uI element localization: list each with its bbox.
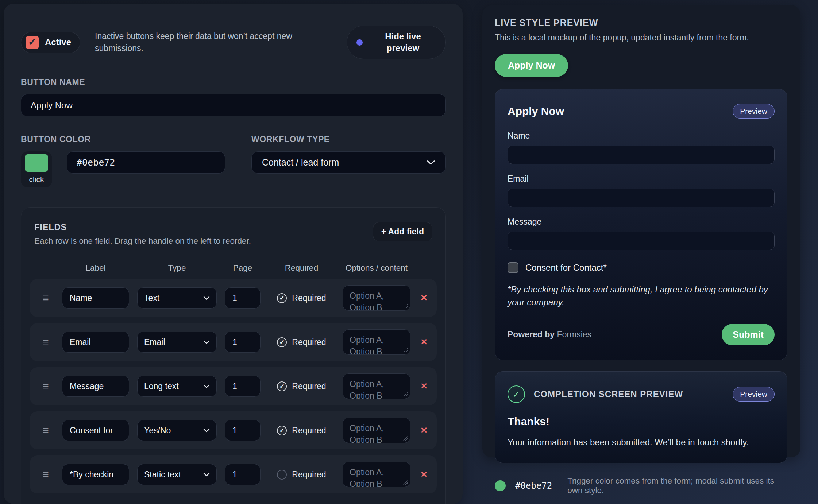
- field-type-value: Email: [144, 337, 165, 347]
- completion-heading: Thanks!: [508, 415, 775, 428]
- completion-message: Your information has been submitted. We’…: [508, 437, 775, 447]
- field-options-textarea[interactable]: [343, 329, 410, 355]
- color-dot-icon: [495, 480, 506, 491]
- required-checkbox-icon[interactable]: [277, 381, 287, 391]
- field-page-input[interactable]: [225, 420, 261, 441]
- consent-checkbox-icon[interactable]: [508, 262, 518, 273]
- column-header-required: Required: [269, 263, 335, 273]
- preview-message-input[interactable]: [508, 232, 775, 250]
- powered-by-brand: Formsies: [557, 330, 592, 339]
- fields-title: FIELDS: [34, 222, 251, 232]
- delete-field-icon[interactable]: ✕: [418, 294, 429, 302]
- drag-handle-icon[interactable]: ≡: [37, 425, 54, 436]
- popup-title: Apply Now: [508, 105, 564, 117]
- color-picker-swatch[interactable]: click: [21, 151, 52, 187]
- field-options-textarea[interactable]: [343, 418, 410, 443]
- button-name-label: BUTTON NAME: [21, 77, 446, 87]
- active-toggle[interactable]: ✓ Active: [21, 32, 80, 53]
- form-builder-panel: ✓ Active Inactive buttons keep their dat…: [4, 4, 463, 504]
- required-label: Required: [292, 337, 326, 347]
- field-type-select[interactable]: Text: [137, 287, 217, 309]
- required-checkbox-icon[interactable]: [277, 426, 287, 435]
- preview-email-input[interactable]: [508, 189, 775, 207]
- required-checkbox-icon[interactable]: [277, 337, 287, 347]
- required-label: Required: [292, 293, 326, 303]
- fields-subtitle: Each row is one field. Drag the handle o…: [34, 236, 251, 246]
- preview-field-label-name: Name: [508, 131, 775, 141]
- button-name-input[interactable]: [21, 94, 446, 116]
- consent-checkbox-row[interactable]: Consent for Contact*: [508, 262, 775, 273]
- column-header-label: Label: [62, 263, 129, 273]
- field-type-select[interactable]: Yes/No: [137, 420, 217, 441]
- chevron-down-icon: [203, 340, 210, 344]
- completion-preview-badge[interactable]: Preview: [733, 387, 775, 402]
- trigger-preview-button[interactable]: Apply Now: [495, 54, 568, 77]
- consent-note: *By checking this box and submitting, I …: [508, 283, 775, 309]
- field-options-textarea[interactable]: [343, 462, 410, 487]
- required-label: Required: [292, 470, 326, 480]
- field-required-toggle[interactable]: Required: [269, 293, 335, 303]
- field-type-select[interactable]: Email: [137, 332, 217, 353]
- inactive-help-text: Inactive buttons keep their data but won…: [95, 30, 305, 54]
- trigger-color-note: #0ebe72 Trigger color comes from the for…: [495, 476, 787, 495]
- field-page-input[interactable]: [225, 332, 261, 353]
- column-header-type: Type: [137, 263, 217, 273]
- preview-field-label-email: Email: [508, 174, 775, 184]
- submit-button[interactable]: Submit: [722, 324, 775, 345]
- hide-live-preview-label: Hide live preview: [370, 31, 436, 54]
- field-page-input[interactable]: [225, 464, 261, 485]
- active-checkbox-icon[interactable]: ✓: [26, 36, 39, 49]
- chevron-down-icon: [203, 429, 210, 433]
- field-type-value: Long text: [144, 381, 179, 391]
- popup-preview-card: Apply Now Preview Name Email Message Con…: [495, 89, 787, 360]
- delete-field-icon[interactable]: ✕: [418, 382, 429, 391]
- field-options-textarea[interactable]: [343, 373, 410, 399]
- field-type-select[interactable]: Long text: [137, 376, 217, 397]
- color-swatch-caption: click: [29, 175, 44, 184]
- live-preview-panel: LIVE STYLE PREVIEW This is a local mocku…: [482, 5, 800, 457]
- field-label-input[interactable]: [62, 420, 129, 441]
- delete-field-icon[interactable]: ✕: [418, 338, 429, 346]
- field-page-input[interactable]: [225, 287, 261, 309]
- preview-badge[interactable]: Preview: [733, 104, 775, 119]
- workflow-type-value: Contact / lead form: [262, 157, 339, 168]
- powered-by-text: Powered by Formsies: [508, 330, 591, 340]
- field-label-input[interactable]: [62, 287, 129, 309]
- required-checkbox-icon[interactable]: [277, 470, 287, 480]
- workflow-type-select[interactable]: Contact / lead form: [251, 151, 446, 174]
- powered-by-prefix: Powered by: [508, 330, 555, 339]
- drag-handle-icon[interactable]: ≡: [37, 381, 54, 392]
- field-label-input[interactable]: [62, 332, 129, 353]
- workflow-type-label: WORKFLOW TYPE: [251, 135, 446, 144]
- drag-handle-icon[interactable]: ≡: [37, 292, 54, 303]
- field-required-toggle[interactable]: Required: [269, 426, 335, 435]
- field-row-static-text: ≡ Static text Required ✕: [30, 455, 437, 493]
- field-type-value: Yes/No: [144, 426, 171, 435]
- required-checkbox-icon[interactable]: [277, 293, 287, 303]
- drag-handle-icon[interactable]: ≡: [37, 337, 54, 348]
- button-color-hex-input[interactable]: [67, 151, 225, 174]
- field-page-input[interactable]: [225, 376, 261, 397]
- required-label: Required: [292, 426, 326, 435]
- color-note-text: Trigger color comes from the form; modal…: [567, 476, 787, 495]
- hide-live-preview-button[interactable]: Hide live preview: [347, 26, 446, 59]
- field-options-textarea[interactable]: [343, 285, 410, 311]
- delete-field-icon[interactable]: ✕: [418, 470, 429, 479]
- completion-preview-card: ✓ COMPLETION SCREEN PREVIEW Preview Than…: [495, 371, 787, 463]
- add-field-button[interactable]: + Add field: [373, 222, 432, 241]
- field-type-select[interactable]: Static text: [137, 464, 217, 485]
- column-header-options: Options / content: [343, 263, 410, 273]
- delete-field-icon[interactable]: ✕: [418, 426, 429, 435]
- field-label-input[interactable]: [62, 464, 129, 485]
- preview-name-input[interactable]: [508, 146, 775, 164]
- color-swatch-icon[interactable]: [25, 154, 48, 172]
- field-required-toggle[interactable]: Required: [269, 381, 335, 391]
- field-label-input[interactable]: [62, 376, 129, 397]
- chevron-down-icon: [203, 296, 210, 300]
- drag-handle-icon[interactable]: ≡: [37, 469, 54, 480]
- fields-section: FIELDS Each row is one field. Drag the h…: [21, 207, 446, 504]
- field-required-toggle[interactable]: Required: [269, 337, 335, 347]
- preview-field-label-message: Message: [508, 217, 775, 227]
- field-row-consent: ≡ Yes/No Required ✕: [30, 411, 437, 449]
- field-required-toggle[interactable]: Required: [269, 470, 335, 480]
